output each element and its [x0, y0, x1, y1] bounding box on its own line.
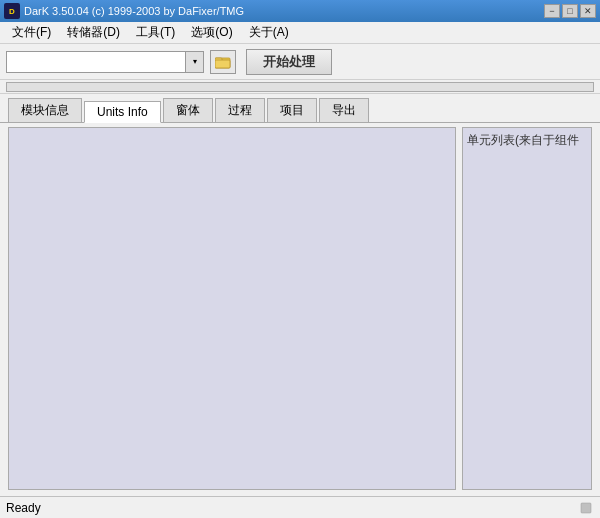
- menu-about[interactable]: 关于(A): [241, 22, 297, 43]
- status-icon: [578, 500, 594, 516]
- main-content: 单元列表(来自于组件: [0, 122, 600, 494]
- progress-area: [0, 80, 600, 94]
- app-icon: D: [4, 3, 20, 19]
- title-text: DarK 3.50.04 (c) 1999-2003 by DaFixer/TM…: [24, 5, 244, 17]
- tab-units-info[interactable]: Units Info: [84, 101, 161, 123]
- menu-tools[interactable]: 工具(T): [128, 22, 183, 43]
- combo-input[interactable]: [6, 51, 186, 73]
- combo-dropdown: ▾: [6, 51, 204, 73]
- status-bar: Ready: [0, 496, 600, 518]
- title-bar-left: D DarK 3.50.04 (c) 1999-2003 by DaFixer/…: [4, 3, 244, 19]
- right-panel-label: 单元列表(来自于组件: [467, 132, 587, 149]
- left-panel: [8, 127, 456, 490]
- progress-bar: [6, 82, 594, 92]
- folder-icon: [215, 55, 231, 69]
- tab-project[interactable]: 项目: [267, 98, 317, 122]
- menu-dumper[interactable]: 转储器(D): [59, 22, 128, 43]
- combo-arrow-button[interactable]: ▾: [186, 51, 204, 73]
- tab-process[interactable]: 过程: [215, 98, 265, 122]
- tab-module-info[interactable]: 模块信息: [8, 98, 82, 122]
- menu-file[interactable]: 文件(F): [4, 22, 59, 43]
- title-bar: D DarK 3.50.04 (c) 1999-2003 by DaFixer/…: [0, 0, 600, 22]
- toolbar: ▾ 开始处理: [0, 44, 600, 80]
- folder-button[interactable]: [210, 50, 236, 74]
- svg-rect-2: [215, 60, 230, 68]
- status-text: Ready: [6, 501, 578, 515]
- right-panel: 单元列表(来自于组件: [462, 127, 592, 490]
- svg-rect-3: [581, 503, 591, 513]
- minimize-button[interactable]: −: [544, 4, 560, 18]
- menu-options[interactable]: 选项(O): [183, 22, 240, 43]
- menu-bar: 文件(F) 转储器(D) 工具(T) 选项(O) 关于(A): [0, 22, 600, 44]
- status-indicator-icon: [580, 502, 592, 514]
- tab-bar: 模块信息 Units Info 窗体 过程 项目 导出: [0, 94, 600, 122]
- close-button[interactable]: ✕: [580, 4, 596, 18]
- start-button[interactable]: 开始处理: [246, 49, 332, 75]
- title-buttons: − □ ✕: [544, 4, 596, 18]
- tab-export[interactable]: 导出: [319, 98, 369, 122]
- tab-window[interactable]: 窗体: [163, 98, 213, 122]
- maximize-button[interactable]: □: [562, 4, 578, 18]
